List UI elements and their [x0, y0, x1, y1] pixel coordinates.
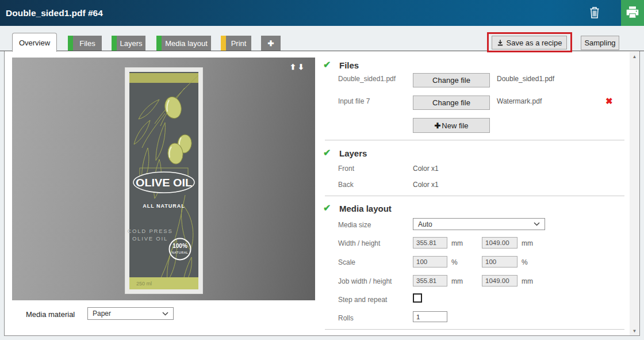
tab-print-label: Print	[226, 36, 251, 51]
label-line2: OLIVE OIL	[132, 235, 168, 242]
section-divider	[325, 329, 624, 330]
tab-media-layout[interactable]: Media layout	[156, 36, 211, 51]
section-divider	[325, 196, 624, 196]
rolls-label: Rolls	[338, 314, 354, 322]
job-height-input[interactable]	[482, 275, 518, 286]
delete-job-button[interactable]	[585, 4, 604, 22]
window-title: Double_sided1.pdf #64	[6, 0, 103, 26]
tabbar-baseline	[0, 51, 644, 51]
layer-row-value: Color x1	[413, 181, 439, 189]
change-file-button[interactable]: Change file	[413, 73, 490, 87]
scale-y-input[interactable]	[482, 256, 518, 268]
section-divider	[325, 140, 624, 140]
media-material-select[interactable]: Paper	[87, 307, 174, 320]
tab-media-layout-label: Media layout	[162, 36, 211, 51]
job-height-unit: mm	[522, 277, 533, 285]
label-badge-bottom: NATURAL	[172, 251, 189, 254]
print-button[interactable]	[621, 0, 644, 26]
scroll-down-icon[interactable]: ▼	[630, 326, 639, 335]
layer-row-value: Color x1	[413, 165, 439, 173]
layers-check-icon: ✔	[323, 147, 331, 158]
chevron-down-icon	[534, 222, 540, 226]
height-input[interactable]	[482, 237, 518, 249]
change-file-button[interactable]: Change file	[413, 95, 490, 110]
remove-file-icon[interactable]: ✖	[605, 96, 613, 106]
files-check-icon: ✔	[323, 59, 331, 70]
new-file-label: New file	[442, 121, 468, 130]
printer-icon	[625, 5, 640, 21]
tab-add[interactable]: ✚	[261, 36, 281, 51]
label-volume: 250 ml	[136, 281, 152, 286]
save-as-recipe-button[interactable]: Save as a recipe	[492, 36, 567, 49]
media-size-label: Media size	[338, 221, 371, 229]
label-preview: OLIVE OIL ALL NATURAL COLD PRESS OLIVE O…	[125, 67, 203, 296]
sampling-button[interactable]: Sampling	[581, 36, 619, 50]
tab-files[interactable]: Files	[68, 36, 102, 51]
label-badge-top: 100%	[172, 243, 187, 249]
height-unit: mm	[522, 239, 533, 247]
change-file-label: Change file	[432, 76, 470, 85]
trash-icon	[588, 6, 601, 21]
step-repeat-checkbox[interactable]	[413, 293, 422, 303]
tab-overview-label: Overview	[19, 39, 50, 47]
tab-overview[interactable]: Overview	[12, 33, 57, 52]
layer-row-label: Back	[338, 181, 354, 189]
file-row-label: Input file 7	[338, 97, 370, 105]
chevron-down-icon	[162, 312, 168, 316]
tab-print[interactable]: Print	[221, 36, 251, 51]
files-section-title: Files	[339, 60, 359, 70]
width-unit: mm	[451, 239, 463, 247]
plus-icon: ✚	[434, 121, 440, 130]
file-row-value: Double_sided1.pdf	[497, 75, 554, 83]
tab-files-label: Files	[73, 36, 102, 51]
scale-y-unit: %	[522, 258, 528, 266]
tab-layers[interactable]: Layers	[112, 36, 145, 51]
width-input[interactable]	[413, 237, 447, 249]
scrollbar: ▲ ▼	[630, 52, 639, 335]
change-file-label: Change file	[432, 98, 470, 107]
step-repeat-label: Step and repeat	[338, 296, 387, 304]
download-icon	[497, 39, 504, 47]
file-row-label: Double_sided1.pdf	[338, 75, 396, 83]
scroll-up-icon[interactable]: ▲	[630, 52, 639, 61]
job-width-unit: mm	[451, 277, 463, 285]
media-size-value: Auto	[418, 220, 432, 228]
new-file-button[interactable]: ✚ New file	[413, 118, 490, 133]
layers-section-title: Layers	[339, 148, 367, 158]
save-as-recipe-label: Save as a recipe	[507, 39, 562, 47]
rolls-input[interactable]	[413, 311, 447, 322]
files-status-stripe	[68, 36, 73, 51]
label-subtitle: ALL NATURAL	[143, 203, 185, 209]
media-material-value: Paper	[93, 310, 111, 318]
media-size-select[interactable]: Auto	[413, 218, 545, 230]
layer-row-label: Front	[338, 165, 354, 173]
print-status-stripe	[221, 36, 226, 51]
tab-layers-label: Layers	[117, 36, 145, 51]
media-layout-status-stripe	[156, 36, 162, 51]
scale-x-input[interactable]	[413, 256, 447, 268]
media-material-label: Media material	[26, 310, 75, 319]
job-width-height-label: Job width / height	[338, 277, 392, 285]
file-row-value: Watermark.pdf	[497, 97, 542, 105]
page-updown-arrows-icon[interactable]: ⬆⬇	[290, 63, 308, 71]
label-title: OLIVE OIL	[136, 177, 192, 189]
layers-status-stripe	[112, 36, 117, 51]
title-bar: Double_sided1.pdf #64	[0, 0, 644, 26]
scale-label: Scale	[338, 258, 355, 266]
width-height-label: Width / height	[338, 239, 380, 247]
media-layout-section-title: Media layout	[339, 204, 392, 213]
sampling-label: Sampling	[584, 39, 615, 47]
plus-icon: ✚	[261, 36, 281, 51]
job-width-input[interactable]	[413, 275, 447, 286]
scale-x-unit: %	[451, 258, 458, 266]
label-line1: COLD PRESS	[127, 228, 172, 234]
media-layout-check-icon: ✔	[323, 203, 331, 213]
